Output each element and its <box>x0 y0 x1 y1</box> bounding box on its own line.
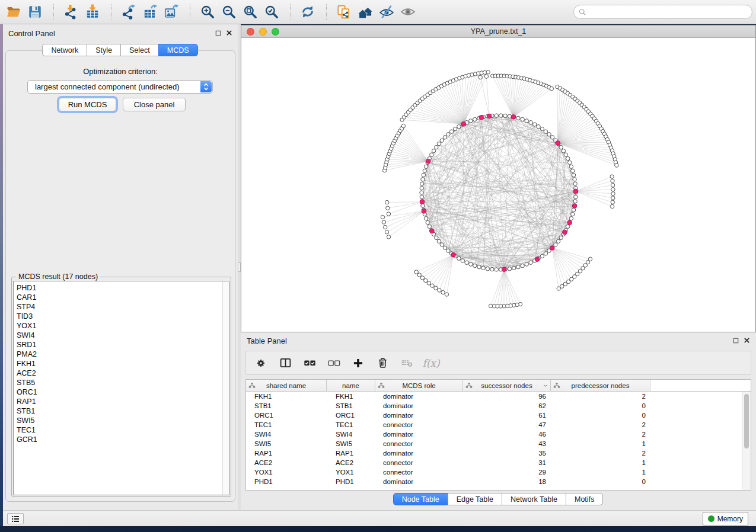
close-icon[interactable] <box>744 337 750 344</box>
tab-style[interactable]: Style <box>87 44 121 56</box>
mcds-result-item[interactable]: CAR1 <box>14 293 222 302</box>
search-icon <box>578 8 587 17</box>
column-header-successor-nodes[interactable]: successor nodes <box>463 380 551 392</box>
table-panel-window-buttons <box>733 337 750 344</box>
gear-icon[interactable] <box>254 356 268 370</box>
export-table-icon[interactable] <box>140 2 160 22</box>
table-row[interactable]: ACE2ACE2connector311 <box>246 458 742 467</box>
tab-node-table[interactable]: Node Table <box>393 493 448 505</box>
status-bar: Memory <box>3 510 756 526</box>
zoom-selected-icon[interactable] <box>261 2 282 22</box>
column-header-predecessor-nodes[interactable]: predecessor nodes <box>551 380 650 392</box>
mcds-result-item[interactable]: SWI5 <box>14 416 222 425</box>
network-window-titlebar[interactable]: YPA_prune.txt_1 <box>241 25 755 38</box>
log-console-button[interactable] <box>7 513 24 524</box>
table-row[interactable]: YOX1YOX1connector291 <box>246 467 742 477</box>
mcds-result-item[interactable]: SRD1 <box>14 340 222 350</box>
mcds-result-item[interactable]: RAP1 <box>14 397 222 406</box>
mcds-result-item[interactable]: ACE2 <box>14 368 222 378</box>
mcds-result-item[interactable]: TID3 <box>14 312 222 321</box>
table-row[interactable]: FKH1FKH1dominator962 <box>246 392 742 401</box>
column-header-MCDS-role[interactable]: MCDS role <box>375 380 463 392</box>
mcds-result-item[interactable]: GCR1 <box>14 435 222 444</box>
add-column-icon[interactable] <box>351 356 365 370</box>
tab-mcds[interactable]: MCDS <box>158 44 198 56</box>
table-scrollbar[interactable] <box>742 392 751 490</box>
table-row[interactable]: SWI5SWI5connector431 <box>246 439 742 448</box>
mcds-result-item[interactable]: YOX1 <box>14 321 222 331</box>
cell-name: PHD1 <box>327 477 375 486</box>
mcds-tab-content: Optimization criterion: largest connecte… <box>5 50 235 502</box>
mcds-result-item[interactable]: STB5 <box>14 378 222 387</box>
close-icon[interactable] <box>226 30 232 36</box>
toolbar-separator <box>290 4 291 20</box>
export-image-icon[interactable] <box>161 2 181 22</box>
import-network-icon[interactable] <box>61 2 81 22</box>
mcds-result-group: MCDS result (17 nodes) PHD1CAR1STP4TID3Y… <box>11 277 231 497</box>
select-all-columns-icon[interactable] <box>302 356 317 370</box>
import-table-icon[interactable] <box>82 2 103 22</box>
zoom-in-icon[interactable] <box>197 2 218 22</box>
search-box[interactable] <box>573 5 752 19</box>
minimize-traffic-icon[interactable] <box>259 28 267 36</box>
table-row[interactable]: RAP1RAP1dominator352 <box>246 448 742 458</box>
mcds-result-item[interactable]: PMA2 <box>14 350 222 359</box>
mcds-result-item[interactable]: PHD1 <box>14 283 222 293</box>
mcds-result-item[interactable]: STB1 <box>14 406 222 416</box>
close-panel-button[interactable]: Close panel <box>123 98 186 111</box>
table-row[interactable]: STB1STB1dominator620 <box>246 401 742 411</box>
open-session-icon[interactable] <box>4 2 24 22</box>
show-all-icon[interactable] <box>355 2 375 22</box>
zoom-traffic-icon[interactable] <box>272 28 279 36</box>
columns-icon[interactable] <box>278 356 292 370</box>
mcds-result-scrollbar[interactable] <box>222 281 229 495</box>
memory-button[interactable]: Memory <box>703 512 748 525</box>
float-icon[interactable] <box>733 338 739 344</box>
hide-selected-icon[interactable] <box>377 2 397 22</box>
table-panel-title: Table Panel <box>247 336 287 345</box>
run-mcds-button[interactable]: Run MCDS <box>59 98 116 111</box>
delete-column-icon[interactable] <box>375 356 390 370</box>
show-hidden-icon[interactable] <box>398 2 418 22</box>
cell-MCDS-role: connector <box>375 420 463 430</box>
cell-successor-nodes: 46 <box>463 430 551 439</box>
search-input[interactable] <box>589 8 748 16</box>
mcds-result-item[interactable]: ORC1 <box>14 387 222 397</box>
column-header-shared-name[interactable]: shared name <box>246 380 327 392</box>
cell-predecessor-nodes: 0 <box>551 477 650 486</box>
table-row[interactable]: ORC1ORC1dominator610 <box>246 411 742 420</box>
cell-shared-name: ORC1 <box>246 411 327 420</box>
refresh-icon[interactable] <box>298 2 318 22</box>
criterion-dropdown[interactable]: largest connected component (undirected) <box>27 80 213 94</box>
table-row[interactable]: SWI4SWI4dominator462 <box>246 430 742 439</box>
tab-select[interactable]: Select <box>120 44 159 56</box>
cell-predecessor-nodes: 2 <box>551 392 650 401</box>
tab-motifs[interactable]: Motifs <box>566 493 603 505</box>
mcds-result-item[interactable]: TEC1 <box>14 425 222 435</box>
tab-edge-table[interactable]: Edge Table <box>448 493 502 505</box>
float-icon[interactable] <box>215 30 221 36</box>
mcds-result-list[interactable]: PHD1CAR1STP4TID3YOX1SWI4SRD1PMA2FKH1ACE2… <box>13 281 229 495</box>
table-row[interactable]: PHD1PHD1dominator180 <box>246 477 742 486</box>
deselect-all-columns-icon[interactable] <box>327 356 341 370</box>
copy-network-icon[interactable] <box>334 2 354 22</box>
mcds-result-item[interactable]: STP4 <box>14 302 222 312</box>
tab-network-table[interactable]: Network Table <box>502 493 566 505</box>
close-traffic-icon[interactable] <box>247 28 254 36</box>
cell-successor-nodes: 29 <box>463 467 551 477</box>
chevron-down-icon[interactable] <box>543 383 548 389</box>
mcds-result-item[interactable]: FKH1 <box>14 359 222 368</box>
cell-name: SWI5 <box>327 439 375 448</box>
cell-predecessor-nodes: 2 <box>551 420 650 430</box>
export-network-icon[interactable] <box>119 2 139 22</box>
column-header-name[interactable]: name <box>327 380 375 392</box>
control-panel-tabbar: NetworkStyleSelectMCDS <box>3 44 238 56</box>
table-scrollbar-thumb[interactable] <box>744 394 749 448</box>
mcds-result-item[interactable]: SWI4 <box>14 331 222 340</box>
tab-network[interactable]: Network <box>42 44 87 56</box>
network-view[interactable] <box>241 38 755 332</box>
save-session-icon[interactable] <box>25 2 45 22</box>
zoom-out-icon[interactable] <box>219 2 239 22</box>
zoom-fit-icon[interactable] <box>240 2 260 22</box>
table-row[interactable]: TEC1TEC1connector472 <box>246 420 742 430</box>
